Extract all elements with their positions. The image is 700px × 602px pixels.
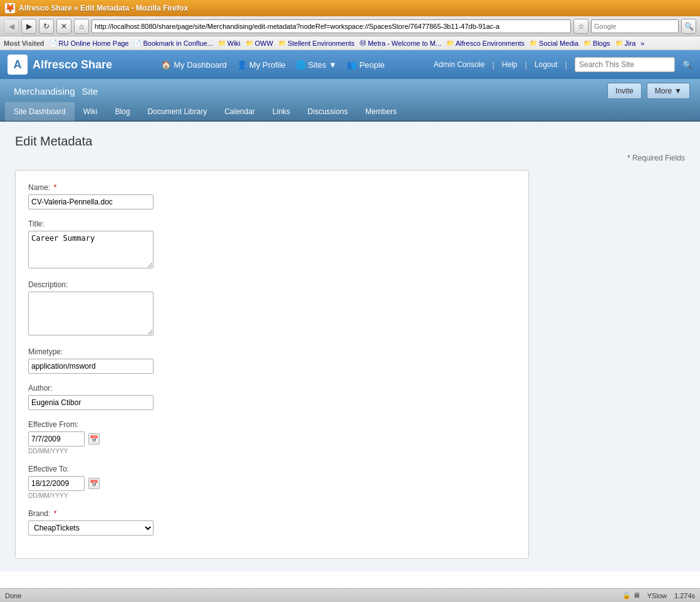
bookmark-oww[interactable]: 📁 OWW — [246, 40, 273, 47]
description-label: Description: — [28, 280, 516, 289]
brand-select[interactable]: CheapTickets Option2 Option3 — [28, 520, 154, 536]
title-field-group: Title: Career Summary — [28, 219, 516, 270]
effective-from-label: Effective From: — [28, 420, 516, 429]
site-nav-dashboard[interactable]: Site Dashboard — [5, 102, 75, 121]
site-nav-blog[interactable]: Blog — [106, 102, 138, 121]
mimetype-field-group: Mimetype: — [28, 347, 516, 374]
site-nav-discussions[interactable]: Discussions — [299, 102, 357, 121]
name-field-group: Name: * — [28, 183, 516, 209]
help-link[interactable]: Help — [502, 60, 518, 69]
dashboard-icon: 🏠 — [161, 60, 171, 70]
effective-from-calendar-icon[interactable]: 📅 — [88, 433, 100, 445]
browser-titlebar: 🦊 Alfresco Share » Edit Metadata - Mozil… — [0, 0, 700, 16]
folder-icon5: 📁 — [530, 40, 537, 46]
site-nav-members[interactable]: Members — [357, 102, 405, 121]
browser-nav: ◀ ▶ ↻ ✕ ⌂ ☆ 🔍 — [0, 16, 700, 36]
app-nav: 🏠 My Dashboard 👤 My Profile 🌐 Sites ▼ 👥 … — [161, 60, 385, 70]
effective-to-label: Effective To: — [28, 465, 516, 473]
reload-button[interactable]: ↻ — [39, 19, 54, 34]
bookmark-confluence[interactable]: 📄 Bookmark in Conflue... — [133, 40, 212, 47]
app-logo-text: Alfresco Share — [33, 58, 112, 71]
more-dropdown-icon: ▼ — [674, 87, 682, 95]
browser-search[interactable] — [591, 19, 679, 33]
site-title: Merchandising Site — [10, 85, 98, 98]
bookmark-alfresco[interactable]: 📁 Alfresco Environments — [446, 40, 525, 47]
effective-from-field-group: Effective From: 📅 DD/MM/YYYY — [28, 420, 516, 455]
site-nav: Site Dashboard Wiki Blog Document Librar… — [0, 103, 700, 122]
brand-required-marker: * — [54, 509, 57, 518]
star-button[interactable]: ☆ — [573, 19, 588, 34]
page-title: Edit Metadata — [15, 134, 685, 149]
logout-link[interactable]: Logout — [535, 60, 558, 69]
stop-button[interactable]: ✕ — [56, 19, 71, 34]
back-button[interactable]: ◀ — [4, 19, 19, 34]
sites-dropdown-icon: ▼ — [329, 60, 337, 70]
bookmark-blogs[interactable]: 📁 Blogs — [583, 40, 610, 47]
sites-link[interactable]: 🌐 Sites ▼ — [296, 60, 337, 70]
app-header: A Alfresco Share 🏠 My Dashboard 👤 My Pro… — [0, 50, 700, 79]
my-profile-link[interactable]: 👤 My Profile — [237, 60, 286, 70]
page-content: Edit Metadata * Required Fields Name: * … — [0, 122, 700, 571]
effective-from-date-row: 📅 — [28, 431, 516, 446]
mimetype-label: Mimetype: — [28, 347, 516, 356]
required-note: * Required Fields — [15, 154, 685, 162]
name-required-marker: * — [54, 183, 57, 192]
sites-icon: 🌐 — [296, 60, 306, 70]
bookmark-jira[interactable]: 📁 Jira — [615, 40, 636, 47]
description-field-group: Description: — [28, 280, 516, 337]
effective-to-calendar-icon[interactable]: 📅 — [88, 478, 100, 489]
bookmark-wiki[interactable]: 📁 Wiki — [218, 40, 241, 47]
author-field-group: Author: — [28, 384, 516, 410]
bookmark-ru-home[interactable]: 📄 RU Online Home Page — [50, 40, 129, 47]
name-input[interactable] — [28, 194, 154, 209]
description-textarea[interactable] — [28, 292, 154, 335]
site-nav-calendar[interactable]: Calendar — [216, 102, 264, 121]
most-visited-label: Most Visited — [4, 40, 44, 47]
metra-icon: Ⓜ — [360, 39, 366, 48]
address-bar[interactable] — [91, 19, 571, 33]
effective-to-date-row: 📅 — [28, 476, 516, 491]
home-button[interactable]: ⌂ — [74, 19, 89, 34]
name-label: Name: * — [28, 183, 516, 192]
admin-console-link[interactable]: Admin Console — [434, 60, 484, 69]
folder-icon2: 📁 — [246, 40, 253, 46]
site-nav-wiki[interactable]: Wiki — [75, 102, 107, 121]
browser-title: Alfresco Share » Edit Metadata - Mozilla… — [19, 4, 188, 13]
search-icon[interactable]: 🔍 — [682, 60, 692, 70]
folder-icon3: 📁 — [278, 40, 286, 46]
my-dashboard-link[interactable]: 🏠 My Dashboard — [161, 60, 227, 70]
bookmark-more[interactable]: » — [640, 40, 644, 47]
title-textarea[interactable]: Career Summary — [28, 231, 154, 268]
people-link[interactable]: 👥 People — [347, 60, 384, 70]
site-nav-links[interactable]: Links — [264, 102, 299, 121]
search-go-button[interactable]: 🔍 — [681, 19, 696, 34]
alfresco-logo-icon: A — [8, 55, 28, 75]
invite-button[interactable]: Invite — [607, 83, 642, 99]
forward-button[interactable]: ▶ — [21, 19, 36, 34]
folder-icon4: 📁 — [446, 40, 454, 46]
effective-to-field-group: Effective To: 📅 DD/MM/YYYY — [28, 465, 516, 499]
brand-field-group: Brand: * CheapTickets Option2 Option3 — [28, 509, 516, 536]
profile-icon: 👤 — [237, 60, 247, 70]
bookmark-social[interactable]: 📁 Social Media — [530, 40, 578, 47]
bookmark-stellent[interactable]: 📁 Stellent Environments — [278, 40, 355, 47]
form-container: Name: * Title: Career Summary Descriptio… — [15, 170, 529, 559]
people-icon: 👥 — [347, 60, 357, 70]
more-button[interactable]: More ▼ — [647, 83, 690, 99]
effective-to-hint: DD/MM/YYYY — [28, 492, 516, 499]
brand-label: Brand: * — [28, 509, 516, 518]
site-nav-document-library[interactable]: Document Library — [138, 102, 216, 121]
author-input[interactable] — [28, 395, 154, 410]
app-nav-right: Admin Console | Help | Logout | 🔍 — [434, 57, 692, 72]
site-search-input[interactable] — [575, 57, 675, 72]
mimetype-input[interactable] — [28, 359, 154, 374]
site-banner: Merchandising Site Invite More ▼ — [0, 79, 700, 103]
folder-icon6: 📁 — [583, 40, 591, 46]
title-label: Title: — [28, 219, 516, 228]
effective-to-input[interactable] — [28, 476, 85, 491]
page-icon: 📄 — [50, 40, 57, 46]
bookmark-metra[interactable]: Ⓜ Metra - Welcome to M... — [360, 39, 441, 48]
folder-icon7: 📁 — [615, 40, 623, 46]
folder-icon: 📁 — [218, 40, 226, 46]
effective-from-input[interactable] — [28, 431, 85, 446]
